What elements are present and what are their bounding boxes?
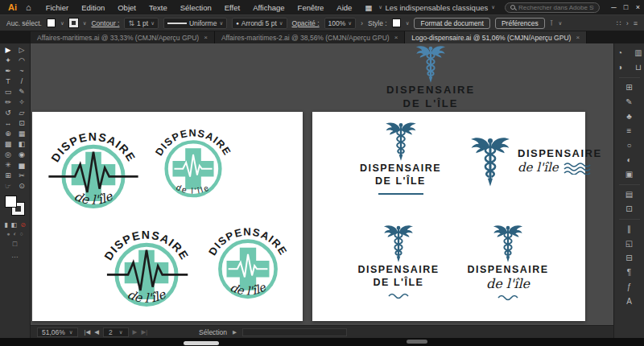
pen-tool[interactable]: ✒ [2,66,14,76]
direct-selection-tool[interactable]: ▷ [16,45,28,56]
width-profile-dropdown[interactable]: Uniforme ∨ [163,18,227,29]
app-logo[interactable]: Ai [0,2,24,12]
more-tools-button[interactable]: … [11,251,19,259]
chevron-down-icon[interactable]: ∨ [60,20,64,27]
menu-texte[interactable]: Texte [142,3,174,12]
selection-tool[interactable]: ▶ [2,45,14,56]
color-fill-button[interactable]: ▮ [4,221,7,229]
screen-mode-button[interactable]: □ [13,240,17,248]
transform-panel-icon[interactable]: ◱ [623,237,636,251]
menu-selection[interactable]: Sélection [174,3,218,12]
logo-caduceus-script-wave[interactable]: DISPENSAIRE de l'île [460,223,555,301]
logo-caduceus-pasteboard[interactable]: DISPENSAIRE DE L'ÎLE [370,43,491,111]
tab-logo-dispensaire[interactable]: Logo-dispensaire.ai @ 51,06% (CMJN/Aperç… [405,31,587,43]
fill-color-swatch[interactable] [5,196,17,208]
workspace-switcher-icon[interactable]: ▦ [358,3,378,12]
opacity-field[interactable]: 100% ∨ [324,18,357,29]
close-icon[interactable]: × [394,34,398,41]
mesh-tool[interactable]: ▩ [2,139,14,150]
stroke-label[interactable]: Contour : [91,19,119,27]
color-guide-panel-icon[interactable]: ⊔ [632,60,644,75]
preferences-button[interactable]: Préférences [495,18,545,29]
logo-caduceus-underline[interactable]: DISPENSAIRE DE L'ÎLE [354,120,447,195]
shape-builder-tool[interactable]: ⊕ [2,129,14,139]
round-logo-solid-cross[interactable]: DISPENSAIRE de l'île [150,113,237,210]
pathfinder-panel-icon[interactable]: ⊟ [623,251,636,266]
menu-effet[interactable]: Effet [218,3,246,12]
swatches-panel-icon[interactable]: ⊞ [623,80,636,95]
scrollbar-thumb[interactable] [184,341,219,345]
search-input[interactable] [518,4,594,11]
scale-tool[interactable]: ▱ [16,108,28,118]
previous-artboard-button[interactable]: ◀ [94,328,99,336]
paintbrush-tool[interactable]: ✎ [16,87,28,97]
stroke-weight-field[interactable]: ⇅ 1 pt ∨ [124,18,159,29]
rectangle-tool[interactable]: ▭ [2,87,14,97]
flyout-icon[interactable]: ▶ [233,329,237,336]
blend-tool[interactable]: ◉ [16,150,28,160]
appearance-panel-icon[interactable]: ○ [623,138,636,153]
free-transform-tool[interactable]: ⊡ [16,118,28,129]
menu-edition[interactable]: Edition [75,3,111,12]
perspective-grid-tool[interactable]: ▦ [16,129,28,139]
fill-stroke-indicator[interactable] [2,195,29,220]
stroke-panel-icon[interactable]: ≡ [623,124,636,138]
round-logo-ecg-wide-2[interactable]: DISPENSAIRE de l'île [98,213,195,320]
stroke-swatch[interactable] [69,19,78,27]
close-button[interactable]: × [632,3,644,11]
minimize-button[interactable]: ─ [608,3,620,11]
curvature-tool[interactable]: ~ [16,66,28,76]
grid-options-icon[interactable]: ∷ [617,19,621,27]
menu-fenetre[interactable]: Fenêtre [291,3,331,12]
zoom-level-dropdown[interactable]: 51,06% ∨ [37,327,78,337]
column-graph-tool[interactable]: ▅ [16,160,28,171]
next-artboard-button[interactable]: ▶ [133,328,138,336]
close-icon[interactable]: × [576,34,580,41]
stepper-icon[interactable]: ⇅ [128,19,134,27]
round-logo-solid-cross-2[interactable]: DISPENSAIRE de l'île [203,212,293,311]
logo-caduceus-wave[interactable]: DISPENSAIRE DE L'ÎLE [351,223,446,299]
round-logo-ecg-wide[interactable]: DISPENSAIRE de l'île [45,115,142,222]
artboard-1[interactable]: DISPENSAIRE de l'île DISPENSAIRE de l'îl… [32,112,303,321]
type-tool[interactable]: T [2,76,14,87]
color-panel-icon[interactable]: ◑ [613,60,626,75]
first-artboard-button[interactable]: |◀ [85,328,91,336]
menu-affichage[interactable]: Affichage [246,3,291,12]
symbol-sprayer-tool[interactable]: ✳ [2,160,14,171]
text-options-icon[interactable]: ⊺ [550,19,554,27]
opentype-panel-icon[interactable]: ƒ [623,280,636,295]
arrange-documents-icon[interactable]: ≡ [634,19,638,27]
slice-tool[interactable]: ✂ [16,171,28,181]
line-tool[interactable]: / [16,76,28,87]
maximize-button[interactable]: □ [620,3,632,11]
libraries-panel-icon[interactable]: ▥ [632,46,644,60]
horizontal-scrollbar-thumb[interactable] [407,340,427,344]
transparency-panel-icon[interactable]: ◐ [623,153,636,167]
stock-search[interactable] [505,2,600,13]
symbols-panel-icon[interactable]: ♣ [623,109,636,124]
artboard-2[interactable]: DISPENSAIRE DE L'ÎLE DISPENSAIRE de l'îl… [312,112,585,321]
layers-panel-icon[interactable]: ▤ [623,187,636,202]
zoom-tool[interactable]: ⊙ [16,181,28,192]
chevron-down-icon[interactable]: ∨ [406,20,410,27]
fill-swatch[interactable] [47,19,56,27]
tab-affaires-maritimes-2[interactable]: Affaires-maritimes-2.ai @ 38,56% (CMJN/A… [215,31,405,43]
paragraph-panel-icon[interactable]: ¶ [623,266,636,280]
workspace-selector[interactable]: Les indispensables classiques ∨ [385,3,495,12]
draw-normal-button[interactable]: ● [6,231,10,237]
draw-inside-button[interactable]: ○ [20,231,23,237]
artboards-panel-icon[interactable]: ⊡ [623,202,636,216]
width-tool[interactable]: ↔ [2,118,14,129]
artboard-number-dropdown[interactable]: 2 ∨ [103,327,129,337]
style-swatch[interactable] [392,19,401,27]
menu-objet[interactable]: Objet [111,3,142,12]
last-artboard-button[interactable]: ▶| [141,328,147,336]
properties-panel-icon[interactable]: ◔ [613,46,626,60]
menu-fichier[interactable]: Fichier [39,3,76,12]
canvas[interactable]: DISPENSAIRE DE L'ÎLE DISPENSAIRE de l'îl… [31,43,613,325]
flyout-icon[interactable]: › [626,19,629,27]
flyout-icon[interactable]: › [361,19,363,27]
artboard-tool[interactable]: ⊞ [2,171,14,181]
magic-wand-tool[interactable]: ✦ [2,56,14,66]
brush-dropdown[interactable]: ● Arrondi 5 pt ∨ [232,18,287,29]
